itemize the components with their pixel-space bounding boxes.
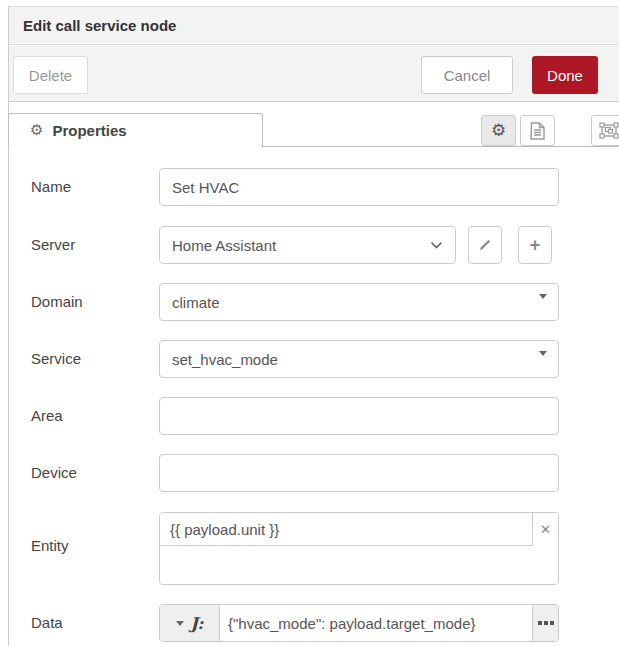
caret-down-icon[interactable] bbox=[539, 299, 547, 317]
properties-tab-button[interactable]: ⚙ bbox=[481, 115, 516, 146]
chevron-down-icon bbox=[430, 241, 443, 249]
document-icon bbox=[530, 122, 545, 140]
remove-entity-button[interactable]: ✕ bbox=[532, 513, 558, 546]
entity-row: ✕ bbox=[160, 513, 558, 546]
area-input[interactable] bbox=[159, 397, 559, 435]
domain-input[interactable] bbox=[159, 283, 559, 321]
server-select-value: Home Assistant bbox=[172, 237, 276, 254]
delete-button[interactable]: Delete bbox=[13, 56, 88, 94]
dialog-tabbar: ⚙ Properties ⚙ bbox=[9, 103, 619, 151]
object-group-icon bbox=[599, 122, 619, 139]
domain-label: Domain bbox=[31, 293, 149, 310]
service-field bbox=[159, 340, 559, 378]
caret-down-icon[interactable] bbox=[539, 356, 547, 374]
add-server-button[interactable]: + bbox=[518, 226, 552, 264]
service-input[interactable] bbox=[159, 340, 559, 378]
name-input[interactable] bbox=[159, 168, 559, 206]
device-input[interactable] bbox=[159, 454, 559, 492]
description-tab-button[interactable] bbox=[520, 115, 555, 146]
plus-icon: + bbox=[530, 235, 541, 256]
dialog-header: Edit call service node bbox=[9, 7, 619, 45]
expand-data-editor-button[interactable] bbox=[532, 605, 558, 641]
edit-dialog: Edit call service node Delete Cancel Don… bbox=[8, 6, 619, 646]
close-icon: ✕ bbox=[540, 522, 551, 537]
pencil-icon bbox=[478, 238, 492, 252]
data-type-selector[interactable]: J: bbox=[160, 605, 220, 641]
ellipsis-icon bbox=[538, 621, 554, 625]
entity-input[interactable] bbox=[160, 513, 533, 545]
tab-properties-label: Properties bbox=[52, 122, 126, 139]
dialog-title: Edit call service node bbox=[23, 7, 176, 45]
device-label: Device bbox=[31, 464, 149, 481]
entity-label: Entity bbox=[31, 537, 149, 554]
data-typed-input: J: bbox=[159, 604, 559, 642]
dialog-toolbar: Delete Cancel Done bbox=[9, 46, 619, 102]
entity-list: ✕ bbox=[159, 512, 559, 585]
gear-icon: ⚙ bbox=[30, 123, 43, 138]
server-label: Server bbox=[31, 236, 149, 253]
screen: Edit call service node Delete Cancel Don… bbox=[0, 0, 619, 646]
data-input[interactable] bbox=[220, 605, 532, 641]
cancel-button[interactable]: Cancel bbox=[421, 56, 513, 94]
data-label: Data bbox=[31, 614, 149, 631]
properties-form: Name Server Home Assistant + bbox=[9, 151, 619, 646]
name-label: Name bbox=[31, 178, 149, 195]
tab-properties[interactable]: ⚙ Properties bbox=[8, 113, 263, 147]
caret-down-icon bbox=[176, 621, 184, 626]
appearance-tab-button[interactable] bbox=[591, 115, 619, 146]
edit-server-button[interactable] bbox=[468, 226, 502, 264]
service-label: Service bbox=[31, 350, 149, 367]
domain-field bbox=[159, 283, 559, 321]
jsonata-expression-icon: J: bbox=[191, 614, 204, 633]
server-select[interactable]: Home Assistant bbox=[159, 226, 456, 264]
gear-icon: ⚙ bbox=[491, 122, 506, 139]
area-label: Area bbox=[31, 407, 149, 424]
done-button[interactable]: Done bbox=[532, 56, 598, 94]
entity-row-empty[interactable] bbox=[160, 546, 558, 585]
